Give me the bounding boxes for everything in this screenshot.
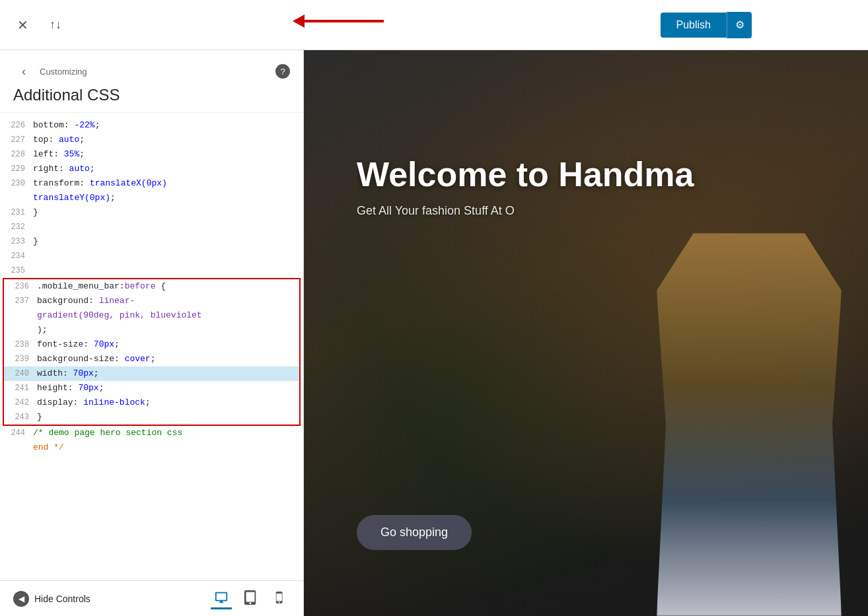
code-line: translateY(0px);: [0, 191, 303, 205]
code-line: 228 left: 35%;: [0, 147, 303, 162]
line-content: transform: translateX(0px): [33, 177, 303, 190]
hero-image: Welcome to Handma Get All Your fashion S…: [304, 50, 868, 616]
line-number: 242: [4, 396, 37, 409]
code-line: 244 /* demo page hero section css: [0, 426, 303, 440]
code-line: 242 display: inline-block;: [4, 395, 299, 410]
code-line: 229 right: auto;: [0, 162, 303, 176]
tablet-icon: [243, 590, 258, 605]
hide-controls-arrow: ◀: [13, 591, 29, 607]
code-line: 241 height: 70px;: [4, 381, 299, 395]
line-content: .mobile_menu_bar:before {: [37, 280, 299, 293]
highlighted-code-block: 236 .mobile_menu_bar:before { 237 backgr…: [3, 278, 301, 426]
top-toolbar: ✕ ↑↓ Publish ⚙: [0, 0, 868, 50]
code-line: 234: [0, 249, 303, 263]
line-number: 240: [4, 367, 37, 380]
line-number: 233: [0, 235, 33, 248]
mobile-icon: [273, 590, 285, 605]
code-line: end */: [0, 440, 303, 455]
line-content: end */: [33, 441, 303, 454]
line-number: 228: [0, 148, 33, 161]
code-line: 233 }: [0, 234, 303, 249]
line-content: left: 35%;: [33, 148, 303, 161]
go-shopping-button[interactable]: Go shopping: [357, 515, 472, 550]
desktop-view-button[interactable]: [211, 588, 232, 609]
hero-text: Welcome to Handma Get All Your fashion S…: [357, 156, 835, 218]
hero-cta: Go shopping: [357, 515, 472, 550]
code-line: 230 transform: translateX(0px): [0, 176, 303, 191]
code-line: );: [4, 323, 299, 337]
desktop-icon: [214, 590, 229, 605]
line-content: }: [33, 206, 303, 219]
panel-header-row: ‹ Customizing ?: [13, 61, 290, 82]
code-line: 236 .mobile_menu_bar:before {: [4, 279, 299, 294]
code-line: 226 bottom: -22%;: [0, 118, 303, 133]
publish-group: Publish ⚙: [661, 12, 752, 38]
tablet-view-button[interactable]: [240, 588, 261, 609]
line-number: 241: [4, 382, 37, 395]
line-content: right: auto;: [33, 162, 303, 176]
code-line: 237 background: linear-: [4, 294, 299, 308]
line-content: display: inline-block;: [37, 396, 299, 409]
hide-controls-button[interactable]: ◀ Hide Controls: [13, 591, 90, 607]
line-number: 232: [0, 221, 33, 234]
gear-icon: ⚙: [735, 18, 744, 31]
back-button[interactable]: ‹: [13, 61, 34, 82]
mobile-view-button[interactable]: [269, 588, 290, 609]
code-line: 239 background-size: cover;: [4, 352, 299, 366]
line-content: }: [33, 235, 303, 248]
line-number: 234: [0, 250, 33, 263]
line-number: 235: [0, 264, 33, 277]
hero-subtitle: Get All Your fashion Stuff At O: [357, 204, 835, 218]
code-line: gradient(90deg, pink, blueviolet: [4, 308, 299, 323]
line-content: background: linear-: [37, 294, 299, 308]
code-line: 227 top: auto;: [0, 133, 303, 147]
line-content: translateY(0px);: [33, 191, 303, 205]
line-content: background-size: cover;: [37, 353, 299, 366]
line-content: height: 70px;: [37, 382, 299, 395]
line-content: font-size: 70px;: [37, 338, 299, 351]
line-content: }: [37, 411, 299, 424]
line-content: gradient(90deg, pink, blueviolet: [37, 309, 299, 322]
code-line-highlighted: 240 width: 70px;: [4, 366, 299, 381]
line-content: /* demo page hero section css: [33, 427, 303, 440]
line-number: 231: [0, 206, 33, 219]
arrow-annotation: [294, 15, 384, 28]
line-number: 244: [0, 427, 33, 440]
line-number: 237: [4, 294, 37, 308]
hide-controls-label: Hide Controls: [34, 594, 90, 604]
code-line: 231 }: [0, 205, 303, 220]
line-number: 239: [4, 353, 37, 366]
sort-button[interactable]: ↑↓: [42, 13, 69, 37]
line-number: 230: [0, 177, 33, 190]
customizing-label: Customizing: [40, 67, 87, 77]
line-content: width: 70px;: [37, 367, 299, 380]
line-content: );: [37, 324, 299, 337]
sidebar-panel: ‹ Customizing ? Additional CSS 226 botto…: [0, 50, 304, 616]
panel-title: Additional CSS: [13, 82, 290, 104]
close-icon: ✕: [17, 17, 28, 33]
line-number: 226: [0, 119, 33, 132]
publish-button[interactable]: Publish: [661, 13, 727, 38]
arrow-line: [305, 20, 384, 22]
main-content: ‹ Customizing ? Additional CSS 226 botto…: [0, 50, 868, 616]
line-number: 243: [4, 411, 37, 424]
settings-button[interactable]: ⚙: [727, 12, 752, 38]
view-icons: [211, 588, 290, 609]
code-editor: 226 bottom: -22%; 227 top: auto; 228 lef…: [0, 113, 303, 580]
person-image: [657, 233, 842, 616]
preview-area: Welcome to Handma Get All Your fashion S…: [304, 50, 868, 616]
help-button[interactable]: ?: [275, 64, 290, 79]
question-icon: ?: [280, 67, 285, 77]
arrow-head: [293, 15, 305, 28]
hero-title: Welcome to Handma: [357, 156, 835, 193]
close-button[interactable]: ✕: [11, 13, 34, 37]
code-scroll-area[interactable]: 226 bottom: -22%; 227 top: auto; 228 lef…: [0, 113, 303, 580]
bottom-controls-bar: ◀ Hide Controls: [0, 580, 303, 616]
panel-header-left: ‹ Customizing: [13, 61, 87, 82]
line-number: 236: [4, 280, 37, 293]
line-number: 238: [4, 338, 37, 351]
code-line: 238 font-size: 70px;: [4, 337, 299, 352]
line-content: bottom: -22%;: [33, 119, 303, 132]
line-content: top: auto;: [33, 133, 303, 147]
code-line: 243 }: [4, 410, 299, 425]
